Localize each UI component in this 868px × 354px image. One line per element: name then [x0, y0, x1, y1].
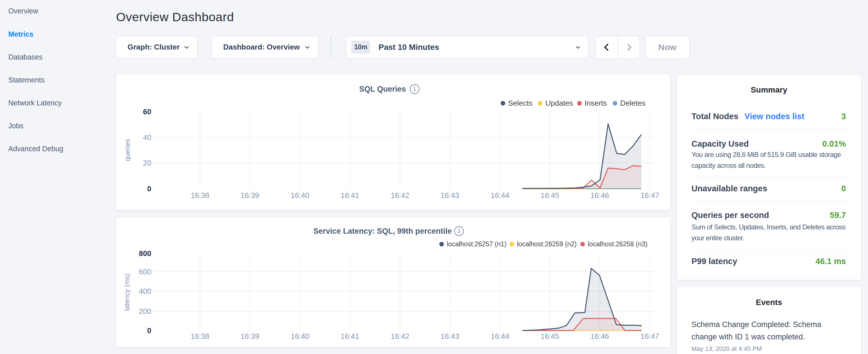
svg-text:16:38: 16:38 [191, 332, 209, 341]
svg-text:16:43: 16:43 [440, 191, 459, 200]
svg-text:16:45: 16:45 [540, 332, 559, 341]
svg-text:16:42: 16:42 [391, 191, 409, 200]
svg-text:16:46: 16:46 [590, 332, 609, 341]
svg-text:16:44: 16:44 [491, 191, 509, 200]
svg-text:16:41: 16:41 [340, 332, 359, 341]
svg-text:16:45: 16:45 [540, 191, 559, 200]
svg-text:latency (ms): latency (ms) [123, 273, 131, 311]
svg-text:16:39: 16:39 [241, 191, 259, 200]
svg-text:800: 800 [139, 249, 151, 258]
svg-text:400: 400 [139, 287, 151, 296]
svg-text:0: 0 [147, 326, 151, 335]
svg-text:16:41: 16:41 [340, 191, 359, 200]
svg-text:16:47: 16:47 [641, 332, 659, 341]
svg-text:60: 60 [143, 107, 151, 116]
svg-text:16:39: 16:39 [241, 332, 259, 341]
svg-text:40: 40 [143, 133, 151, 142]
svg-text:20: 20 [143, 159, 151, 167]
svg-text:queries: queries [124, 139, 131, 162]
svg-text:16:38: 16:38 [191, 191, 209, 200]
svg-text:16:44: 16:44 [491, 332, 509, 341]
svg-text:16:46: 16:46 [590, 191, 609, 200]
svg-text:600: 600 [139, 267, 151, 276]
svg-text:16:42: 16:42 [391, 332, 409, 341]
svg-text:200: 200 [139, 307, 151, 316]
svg-text:16:47: 16:47 [641, 191, 659, 200]
svg-text:0: 0 [147, 185, 151, 193]
svg-text:16:40: 16:40 [290, 191, 309, 200]
svg-text:16:43: 16:43 [440, 332, 459, 341]
svg-text:16:40: 16:40 [290, 332, 309, 341]
